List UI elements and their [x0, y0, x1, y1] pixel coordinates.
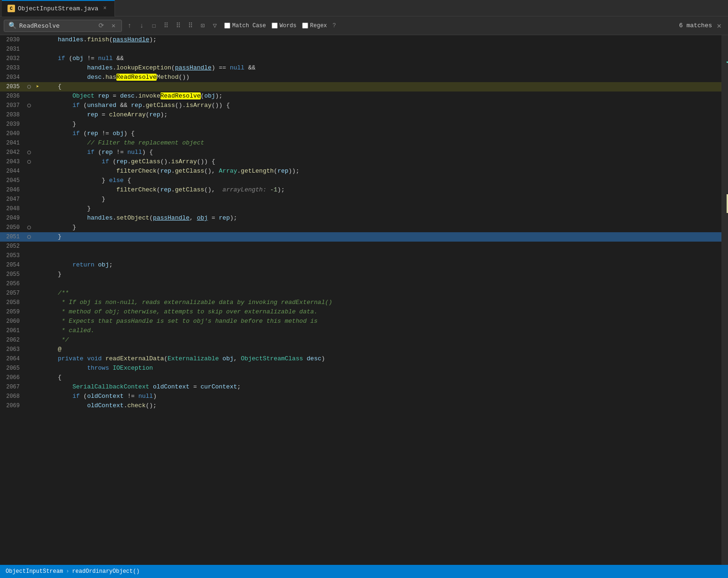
table-row: 2050 } [0, 223, 721, 232]
table-row: 2037 if (unshared && rep.getClass().isAr… [0, 101, 721, 110]
table-row: 2063 @ [0, 345, 721, 354]
table-row: 2047 } [0, 195, 721, 204]
close-editor-button[interactable]: ☐ [148, 20, 159, 31]
table-row: 2064 private void readExternalData(Exter… [0, 354, 721, 364]
tool-btn-3[interactable]: ⠿ [185, 20, 196, 31]
table-row: 2054 return obj; [0, 260, 721, 270]
table-row: 2060 * Expects that passHandle is set to… [0, 317, 721, 326]
breadcrumb: ObjectInputStream › readOrdinaryObject() [6, 568, 140, 575]
table-row: 2051 } [0, 232, 721, 242]
table-row: 2036 Object rep = desc.invokeReadResolve… [0, 91, 721, 101]
match-case-label: Match Case [232, 23, 266, 29]
search-navigation: ↑ ↓ ☐ ⠿ ⠿ ⠿ ⊡ ▽ [124, 20, 220, 31]
table-row: 2053 [0, 251, 721, 260]
table-row: 2035 ➤ { [0, 82, 721, 91]
regex-option[interactable]: Regex [302, 23, 327, 29]
table-row: 2038 rep = cloneArray(rep); [0, 110, 721, 120]
tab-close-button[interactable]: × [101, 5, 109, 12]
search-options: Match Case Words Regex ? [224, 23, 336, 29]
breadcrumb-separator: › [66, 568, 69, 575]
tab-file-icon: C [8, 5, 15, 12]
next-match-button[interactable]: ↓ [136, 20, 147, 31]
table-row: 2061 * called. [0, 326, 721, 335]
table-row: 2042 if (rep != null) { [0, 148, 721, 157]
table-row: 2044 filterCheck(rep.getClass(), Array.g… [0, 167, 721, 176]
table-row: 2032 if (obj != null && [0, 54, 721, 63]
clear-search-button[interactable]: ⟳ [96, 21, 106, 31]
right-gutter [721, 35, 728, 565]
tab-title: ObjectInputStream.java [18, 5, 99, 12]
tool-btn-1[interactable]: ⠿ [160, 20, 172, 31]
file-tab[interactable]: C ObjectInputStream.java × [2, 0, 115, 16]
tool-btn-2[interactable]: ⠿ [173, 20, 184, 31]
table-row: 2056 [0, 279, 721, 289]
table-row: 2058 * If obj is non-null, reads externa… [0, 298, 721, 307]
code-lines: 2030 handles.finish(passHandle); 2031 20… [0, 35, 721, 565]
table-row: 2057 /** [0, 289, 721, 298]
words-option[interactable]: Words [272, 23, 296, 29]
table-row: 2052 [0, 242, 721, 251]
table-row: 2066 { [0, 373, 721, 382]
table-row: 2040 if (rep != obj) { [0, 129, 721, 138]
breakpoint-gutter [24, 35, 34, 45]
table-row: 2034 desc.hasReadResolveMethod()) [0, 73, 721, 82]
close-search-x-button[interactable]: ✕ [108, 21, 119, 31]
table-row: 2048 } [0, 204, 721, 213]
table-row: 2069 oldContext.check(); [0, 401, 721, 411]
table-row: 2045 } else { [0, 176, 721, 185]
search-input-wrapper: 🔍 ⟳ ✕ [4, 20, 122, 32]
words-checkbox[interactable] [272, 23, 278, 29]
tool-btn-4[interactable]: ⊡ [197, 20, 208, 31]
table-row: 2059 * method of obj; otherwise, attempt… [0, 307, 721, 317]
table-row: 2065 throws IOException [0, 364, 721, 373]
table-row: 2049 handles.setObject(passHandle, obj =… [0, 213, 721, 223]
editor-content[interactable]: 2030 handles.finish(passHandle); 2031 20… [0, 35, 721, 565]
close-search-panel-button[interactable]: ✕ [714, 21, 724, 31]
table-row: 2033 handles.lookupException(passHandle)… [0, 63, 721, 73]
search-input[interactable] [19, 22, 94, 29]
filter-button[interactable]: ▽ [209, 20, 220, 31]
status-bar: ObjectInputStream › readOrdinaryObject() [0, 565, 728, 578]
search-icon: 🔍 [7, 21, 17, 31]
tab-bar: C ObjectInputStream.java × [0, 0, 728, 16]
regex-checkbox[interactable] [302, 23, 308, 29]
match-count: 6 matches [679, 22, 712, 29]
table-row: 2039 } [0, 120, 721, 129]
table-row: 2030 handles.finish(passHandle); [0, 35, 721, 45]
table-row: 2046 filterCheck(rep.getClass(), arrayLe… [0, 185, 721, 195]
table-row: 2031 [0, 45, 721, 54]
table-row: 2055 } [0, 270, 721, 279]
words-label: Words [280, 23, 296, 29]
table-row: 2068 if (oldContext != null) [0, 392, 721, 401]
table-row: 2067 SerialCallbackContext oldContext = … [0, 382, 721, 392]
editor-container: 2030 handles.finish(passHandle); 2031 20… [0, 35, 728, 565]
table-row: 2041 // Filter the replacement object [0, 138, 721, 148]
help-button[interactable]: ? [333, 23, 336, 29]
breadcrumb-method: readOrdinaryObject() [72, 568, 140, 575]
regex-label: Regex [310, 23, 327, 29]
prev-match-button[interactable]: ↑ [124, 20, 135, 31]
match-case-option[interactable]: Match Case [224, 23, 266, 29]
table-row: 2062 */ [0, 335, 721, 345]
breadcrumb-class: ObjectInputStream [6, 568, 63, 575]
search-bar: 🔍 ⟳ ✕ ↑ ↓ ☐ ⠿ ⠿ ⠿ ⊡ ▽ Match Case Words R… [0, 16, 728, 35]
table-row: 2043 if (rep.getClass().isArray()) { [0, 157, 721, 167]
match-case-checkbox[interactable] [224, 23, 230, 29]
